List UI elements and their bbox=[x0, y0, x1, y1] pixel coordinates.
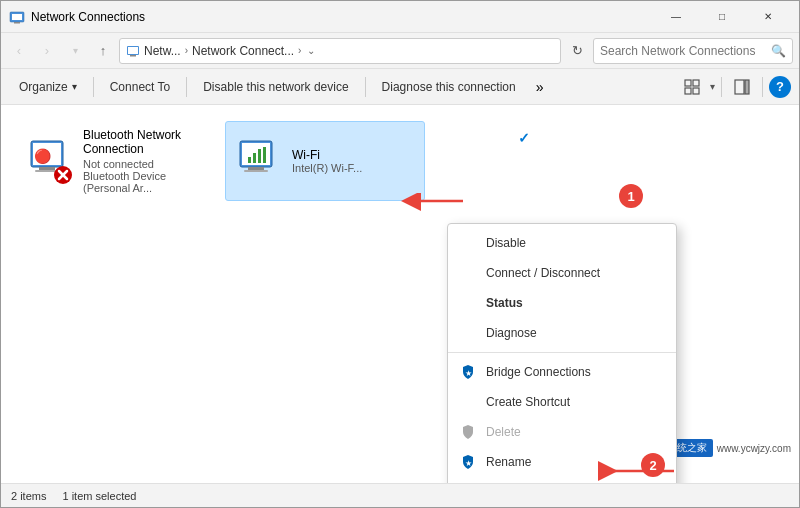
search-input[interactable] bbox=[600, 44, 771, 58]
view-toggle-button[interactable] bbox=[678, 73, 706, 101]
wifi-checkmark: ✓ bbox=[518, 130, 530, 146]
svg-rect-4 bbox=[128, 47, 138, 54]
svg-text:★: ★ bbox=[465, 459, 472, 468]
ctx-sep-1 bbox=[448, 352, 676, 353]
ctx-shortcut-label: Create Shortcut bbox=[486, 395, 570, 409]
ctx-bridge[interactable]: ★ Bridge Connections bbox=[448, 357, 676, 387]
maximize-button[interactable]: □ bbox=[699, 1, 745, 33]
help-button[interactable]: ? bbox=[769, 76, 791, 98]
ctx-connect-label: Connect / Disconnect bbox=[486, 266, 600, 280]
items-count: 2 items bbox=[11, 490, 46, 502]
titlebar-icon bbox=[9, 9, 25, 25]
breadcrumb-dropdown[interactable]: ⌄ bbox=[307, 45, 315, 56]
cmd-separator-3 bbox=[365, 77, 366, 97]
ctx-connect[interactable]: Connect / Disconnect bbox=[448, 258, 676, 288]
svg-rect-24 bbox=[248, 157, 251, 163]
ctx-diagnose[interactable]: Diagnose bbox=[448, 318, 676, 348]
svg-rect-8 bbox=[685, 88, 691, 94]
bluetooth-item[interactable]: 🔴 Bluetooth Network Connection Not conne… bbox=[17, 121, 217, 201]
svg-rect-10 bbox=[735, 80, 744, 94]
svg-rect-22 bbox=[248, 167, 264, 170]
ctx-rename-shield-icon: ★ bbox=[460, 454, 476, 470]
refresh-button[interactable]: ↻ bbox=[565, 39, 589, 63]
ctx-delete[interactable]: Delete bbox=[448, 417, 676, 447]
svg-text:★: ★ bbox=[465, 369, 472, 378]
search-icon: 🔍 bbox=[771, 44, 786, 58]
arrow-2 bbox=[594, 457, 684, 483]
cmd-separator-2 bbox=[186, 77, 187, 97]
bluetooth-item-name: Bluetooth Network Connection bbox=[83, 128, 209, 156]
ctx-status[interactable]: Status bbox=[448, 288, 676, 318]
svg-rect-14 bbox=[39, 167, 55, 170]
svg-rect-26 bbox=[258, 149, 261, 163]
diagnose-button[interactable]: Diagnose this connection bbox=[372, 73, 526, 101]
search-box: 🔍 bbox=[593, 38, 793, 64]
ctx-disable-icon bbox=[460, 235, 476, 251]
wifi-icon bbox=[234, 137, 282, 185]
content-area: 🔴 Bluetooth Network Connection Not conne… bbox=[1, 105, 799, 483]
up-button[interactable]: ↑ bbox=[91, 39, 115, 63]
breadcrumb-path1: Netw... bbox=[144, 44, 181, 58]
view-icon bbox=[684, 79, 700, 95]
svg-rect-27 bbox=[263, 147, 266, 163]
breadcrumb-icon bbox=[126, 44, 140, 58]
breadcrumb-sep2: › bbox=[298, 45, 301, 56]
svg-text:🔴: 🔴 bbox=[34, 148, 52, 165]
bluetooth-item-status: Not connected bbox=[83, 158, 209, 170]
callout-1: 1 bbox=[619, 184, 643, 208]
addressbar: ‹ › ▾ ↑ Netw... › Network Connect... › ⌄… bbox=[1, 33, 799, 69]
close-button[interactable]: ✕ bbox=[745, 1, 791, 33]
ctx-delete-label: Delete bbox=[486, 425, 521, 439]
commandbar: Organize ▾ Connect To Disable this netwo… bbox=[1, 69, 799, 105]
arrow-1 bbox=[391, 193, 471, 233]
ctx-status-label: Status bbox=[486, 296, 523, 310]
ctx-shortcut-icon bbox=[460, 394, 476, 410]
titlebar: Network Connections — □ ✕ bbox=[1, 1, 799, 33]
forward-button[interactable]: › bbox=[35, 39, 59, 63]
ctx-bridge-label: Bridge Connections bbox=[486, 365, 591, 379]
back-button[interactable]: ‹ bbox=[7, 39, 31, 63]
ctx-shortcut[interactable]: Create Shortcut bbox=[448, 387, 676, 417]
ctx-bridge-shield-icon: ★ bbox=[460, 364, 476, 380]
svg-rect-9 bbox=[693, 88, 699, 94]
details-icon bbox=[734, 79, 750, 95]
organize-button[interactable]: Organize ▾ bbox=[9, 73, 87, 101]
wifi-item-name: Wi-Fi bbox=[292, 148, 416, 162]
svg-rect-7 bbox=[693, 80, 699, 86]
minimize-button[interactable]: — bbox=[653, 1, 699, 33]
wifi-item[interactable]: Wi-Fi Intel(R) Wi-F... ✓ bbox=[225, 121, 425, 201]
recent-locations-button[interactable]: ▾ bbox=[63, 39, 87, 63]
svg-rect-5 bbox=[130, 55, 136, 57]
ctx-disable-label: Disable bbox=[486, 236, 526, 250]
details-pane-button[interactable] bbox=[728, 73, 756, 101]
ctx-connect-icon bbox=[460, 265, 476, 281]
svg-rect-6 bbox=[685, 80, 691, 86]
callout-2: 2 bbox=[641, 453, 665, 477]
connect-to-button[interactable]: Connect To bbox=[100, 73, 181, 101]
svg-rect-25 bbox=[253, 153, 256, 163]
svg-rect-23 bbox=[244, 170, 268, 172]
ctx-diagnose-icon bbox=[460, 325, 476, 341]
ctx-delete-shield-icon bbox=[460, 424, 476, 440]
ctx-disable[interactable]: Disable bbox=[448, 228, 676, 258]
ctx-rename-label: Rename bbox=[486, 455, 531, 469]
items-area: 🔴 Bluetooth Network Connection Not conne… bbox=[1, 105, 799, 483]
bluetooth-item-sub: Bluetooth Device (Personal Ar... bbox=[83, 170, 209, 194]
svg-rect-1 bbox=[12, 14, 22, 20]
titlebar-controls: — □ ✕ bbox=[653, 1, 791, 33]
watermark-url: www.ycwjzy.com bbox=[717, 443, 791, 454]
selected-count: 1 item selected bbox=[62, 490, 136, 502]
breadcrumb-sep1: › bbox=[185, 45, 188, 56]
context-menu: Disable Connect / Disconnect Status Diag… bbox=[447, 223, 677, 483]
window: Network Connections — □ ✕ ‹ › ▾ ↑ Netw..… bbox=[0, 0, 800, 508]
breadcrumb[interactable]: Netw... › Network Connect... › ⌄ bbox=[119, 38, 561, 64]
ctx-diagnose-label: Diagnose bbox=[486, 326, 537, 340]
titlebar-title: Network Connections bbox=[31, 10, 653, 24]
more-button[interactable]: » bbox=[530, 79, 550, 95]
view-controls: ▾ ? bbox=[678, 73, 791, 101]
breadcrumb-path2: Network Connect... bbox=[192, 44, 294, 58]
ctx-status-icon bbox=[460, 295, 476, 311]
cmd-separator-1 bbox=[93, 77, 94, 97]
wifi-item-sub: Intel(R) Wi-F... bbox=[292, 162, 416, 174]
disable-button[interactable]: Disable this network device bbox=[193, 73, 358, 101]
